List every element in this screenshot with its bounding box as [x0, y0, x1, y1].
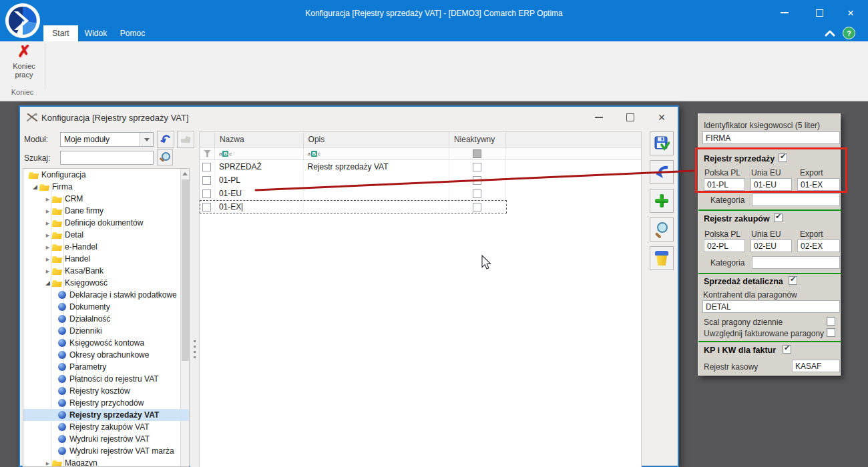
combo-dropdown-button[interactable] — [140, 133, 153, 146]
tree-item[interactable]: Płatności do rejestru VAT — [23, 373, 189, 385]
purchases-checkbox[interactable] — [774, 213, 783, 222]
tree-item[interactable]: Firma — [23, 181, 189, 193]
tree-item[interactable]: Detal — [23, 229, 189, 241]
tab-pomoc[interactable]: Pomoc — [114, 25, 151, 41]
cell-nieaktywny[interactable] — [449, 200, 506, 213]
expander-closed-icon[interactable] — [43, 231, 52, 240]
purchases-pl-input[interactable] — [704, 240, 745, 252]
header-opis[interactable]: Opis — [304, 132, 449, 147]
tree-item[interactable]: Okresy obrachunkowe — [23, 349, 189, 361]
window-minimize-button[interactable] — [588, 109, 610, 125]
row-select-cell[interactable] — [200, 187, 215, 200]
app-maximize-button[interactable] — [809, 5, 829, 20]
tree-item[interactable]: Magazyn — [23, 457, 189, 467]
tree-item[interactable]: Kasa/Bank — [23, 265, 189, 277]
tree-item[interactable]: Rejestry kosztów — [23, 385, 189, 397]
expander-closed-icon[interactable] — [43, 243, 52, 252]
inactive-checkbox[interactable] — [473, 189, 481, 198]
header-nazwa[interactable]: Nazwa — [215, 132, 304, 147]
cell-nieaktywny[interactable] — [449, 187, 506, 200]
tab-widok[interactable]: Widok — [79, 25, 112, 41]
cell-nazwa[interactable]: 01-EU — [215, 187, 304, 200]
fakturowane-checkbox[interactable] — [827, 328, 835, 337]
cell-opis[interactable] — [304, 187, 449, 200]
module-switch-button[interactable]: ↶ — [157, 131, 174, 148]
undo-button[interactable] — [650, 160, 674, 184]
expander-closed-icon[interactable] — [43, 459, 52, 467]
window-close-button[interactable]: × — [650, 109, 673, 125]
purchases-kategoria-input[interactable] — [752, 256, 840, 269]
cell-nazwa[interactable]: 01-PL — [215, 173, 304, 187]
tree-item[interactable]: Rejestry przychodów — [23, 397, 189, 409]
sales-pl-input[interactable] — [704, 178, 745, 191]
tree-item[interactable]: Konfiguracja — [23, 169, 189, 181]
expander-open-icon[interactable] — [43, 280, 52, 286]
tree-item[interactable]: Handel — [23, 253, 189, 265]
sales-eu-input[interactable] — [750, 178, 792, 191]
cell-nazwa[interactable]: SPRZEDAŻ — [215, 160, 304, 173]
expander-closed-icon[interactable] — [43, 195, 52, 203]
delete-button[interactable] — [650, 246, 674, 270]
tree-item[interactable]: Działalność — [23, 313, 189, 325]
inactive-checkbox[interactable] — [473, 163, 481, 171]
collapse-ribbon-chevron-icon[interactable] — [823, 27, 837, 39]
help-icon[interactable]: ? — [843, 27, 855, 39]
modul-combobox[interactable]: Moje moduły — [60, 132, 154, 147]
row-checkbox[interactable] — [202, 163, 211, 171]
save-button[interactable] — [650, 131, 674, 155]
filter-cell[interactable] — [200, 147, 215, 160]
szukaj-input[interactable] — [60, 151, 154, 165]
cell-opis[interactable] — [304, 173, 449, 187]
row-checkbox[interactable] — [202, 176, 211, 185]
sales-ex-input[interactable] — [797, 178, 840, 191]
filter-opis[interactable]: aBc — [304, 147, 449, 160]
sales-checkbox[interactable] — [779, 153, 787, 162]
inactive-checkbox[interactable] — [473, 176, 481, 185]
kontrahent-input[interactable] — [702, 300, 840, 313]
sales-kategoria-input[interactable] — [752, 193, 840, 206]
scal-paragony-checkbox[interactable] — [827, 317, 835, 326]
tree-item[interactable]: e-Handel — [23, 241, 189, 253]
tree-item-selected[interactable]: Rejestry sprzedaży VAT — [23, 409, 189, 421]
tree-item[interactable]: Parametry — [23, 361, 189, 373]
retail-checkbox[interactable] — [789, 276, 797, 285]
search-button[interactable] — [157, 149, 173, 165]
tree-item[interactable]: Rejestry zakupów VAT — [23, 421, 189, 433]
app-minimize-button[interactable] — [775, 5, 795, 20]
kpkw-checkbox[interactable] — [783, 345, 791, 354]
row-checkbox[interactable] — [202, 189, 211, 198]
tree-item[interactable]: Księgowość kontowa — [23, 337, 189, 349]
row-checkbox[interactable] — [202, 203, 211, 211]
tree-item[interactable]: Wydruki rejestrów VAT — [23, 433, 189, 445]
cell-opis[interactable] — [304, 200, 449, 213]
tree-item[interactable]: Dzienniki — [23, 325, 189, 337]
tree-item[interactable]: Dokumenty — [23, 301, 189, 313]
window-maximize-button[interactable] — [619, 109, 642, 125]
tree-item[interactable]: Księgowość — [23, 277, 189, 289]
grid-row-editing[interactable]: 01-EX — [200, 200, 641, 213]
app-close-button[interactable]: × — [841, 5, 861, 20]
add-button[interactable] — [650, 189, 674, 213]
kasowy-input[interactable] — [792, 360, 840, 372]
purchases-ex-input[interactable] — [797, 240, 840, 252]
cell-opis[interactable]: Rejestr sprzedaży VAT — [304, 160, 449, 173]
expander-closed-icon[interactable] — [43, 267, 52, 276]
inactive-checkbox[interactable] — [473, 203, 481, 211]
grid-row[interactable]: 01-EU — [200, 187, 641, 200]
koniec-pracy-button[interactable]: ✗ Koniec pracy — [5, 43, 43, 85]
row-select-cell[interactable] — [200, 173, 215, 187]
expander-closed-icon[interactable] — [43, 219, 52, 227]
panel-splitter[interactable] — [190, 168, 199, 467]
cell-nieaktywny[interactable] — [449, 160, 506, 173]
tree-item[interactable]: Wydruki rejestrów VAT marża — [23, 445, 189, 457]
grid-row[interactable]: SPRZEDAŻ Rejestr sprzedaży VAT — [200, 160, 641, 173]
identifier-input[interactable] — [702, 131, 840, 144]
filter-nieaktywny[interactable] — [449, 147, 506, 160]
expander-closed-icon[interactable] — [43, 207, 52, 215]
header-nieaktywny[interactable]: Nieaktywny — [449, 132, 506, 147]
tree-item[interactable]: CRM — [23, 193, 189, 205]
filter-nazwa[interactable]: aBc — [215, 147, 304, 160]
tree-item[interactable]: Deklaracje i stawki podatkowe — [23, 289, 189, 301]
cell-nieaktywny[interactable] — [449, 173, 506, 187]
tree-item[interactable]: Definicje dokumentów — [23, 217, 189, 229]
